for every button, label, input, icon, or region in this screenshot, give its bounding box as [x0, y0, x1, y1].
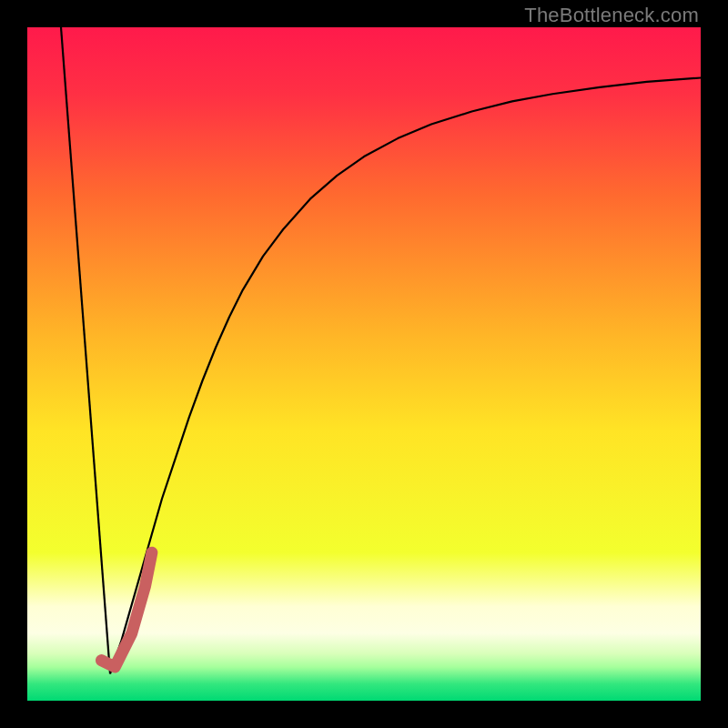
gradient-background [27, 27, 701, 701]
plot-area [27, 27, 701, 701]
watermark-text: TheBottleneck.com [524, 4, 699, 27]
chart-svg [27, 27, 701, 701]
chart-frame: TheBottleneck.com [0, 0, 728, 728]
